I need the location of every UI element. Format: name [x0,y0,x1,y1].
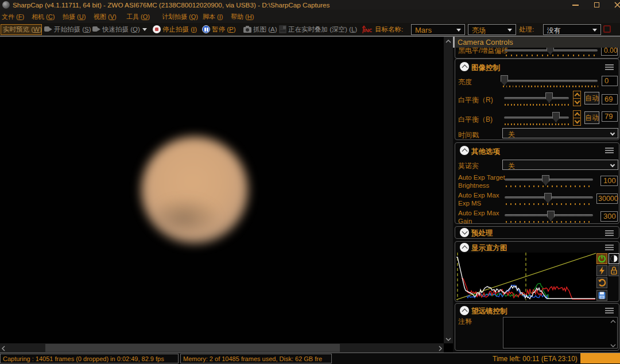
svg-text:INC: INC [363,27,372,33]
